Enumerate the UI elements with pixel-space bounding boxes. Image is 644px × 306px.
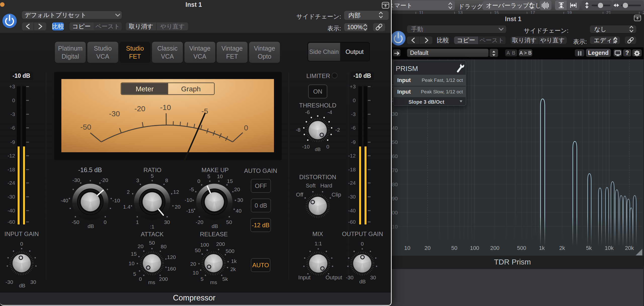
svg-text:-30: -30 bbox=[346, 275, 353, 280]
svg-text:2: 2 bbox=[127, 189, 130, 195]
svg-text:-6: -6 bbox=[351, 125, 356, 131]
svg-text:10: 10 bbox=[193, 270, 198, 276]
svg-text:+3: +3 bbox=[9, 84, 15, 89]
svg-text:5: 5 bbox=[200, 276, 204, 282]
svg-text:30: 30 bbox=[164, 219, 170, 225]
svg-text:30: 30 bbox=[30, 279, 36, 285]
svg-text:12: 12 bbox=[173, 189, 179, 195]
svg-text:-4: -4 bbox=[328, 109, 332, 115]
svg-text:20: 20 bbox=[190, 261, 196, 267]
svg-text:Input: Input bbox=[298, 274, 311, 281]
svg-text:LIMITER: LIMITER bbox=[306, 72, 330, 79]
svg-text:INPUT GAIN: INPUT GAIN bbox=[5, 231, 39, 237]
svg-text:-10 dB: -10 dB bbox=[353, 72, 371, 79]
svg-text:-5: -5 bbox=[189, 186, 194, 192]
svg-text:Off: Off bbox=[296, 192, 304, 198]
svg-text:200: 200 bbox=[159, 276, 168, 282]
svg-text:DISTORTION: DISTORTION bbox=[299, 174, 336, 180]
svg-text:0: 0 bbox=[244, 124, 248, 132]
svg-text:5: 5 bbox=[207, 173, 210, 179]
svg-text:-40: -40 bbox=[348, 208, 356, 213]
svg-text:-12: -12 bbox=[348, 153, 356, 159]
svg-text:-10 dB: -10 dB bbox=[13, 72, 30, 79]
svg-text:-30: -30 bbox=[348, 194, 356, 200]
svg-text:160: 160 bbox=[167, 266, 176, 272]
svg-text:0: 0 bbox=[361, 241, 364, 247]
svg-text:-6: -6 bbox=[10, 125, 15, 131]
svg-text:-30: -30 bbox=[72, 177, 80, 183]
svg-text:20: 20 bbox=[234, 186, 240, 192]
svg-text:-18: -18 bbox=[348, 167, 356, 172]
svg-text:0: 0 bbox=[326, 144, 329, 149]
svg-text:100: 100 bbox=[200, 242, 209, 248]
svg-text:1: 1 bbox=[136, 219, 139, 225]
svg-text:5: 5 bbox=[133, 271, 136, 277]
svg-text:30: 30 bbox=[237, 197, 243, 203]
svg-text:50: 50 bbox=[226, 219, 232, 225]
svg-text:-9: -9 bbox=[10, 139, 15, 145]
svg-text:THRESHOLD: THRESHOLD bbox=[299, 102, 336, 109]
svg-text:-60: -60 bbox=[348, 219, 356, 225]
svg-text:Clip: Clip bbox=[332, 192, 341, 198]
svg-text:-10: -10 bbox=[302, 144, 310, 149]
svg-text:dB: dB bbox=[359, 279, 366, 284]
svg-text:0: 0 bbox=[20, 241, 23, 247]
svg-text:-10: -10 bbox=[112, 198, 120, 203]
svg-text:0: 0 bbox=[104, 219, 107, 225]
svg-text:5: 5 bbox=[151, 173, 154, 179]
svg-text:dB: dB bbox=[212, 223, 218, 229]
svg-text:-10: -10 bbox=[185, 197, 192, 203]
svg-text:-24: -24 bbox=[8, 180, 15, 186]
svg-text:dB: dB bbox=[315, 147, 320, 152]
svg-text:+3: +3 bbox=[350, 84, 356, 89]
svg-text:Output: Output bbox=[326, 274, 342, 281]
svg-text:1k: 1k bbox=[231, 258, 237, 264]
svg-text:20: 20 bbox=[175, 204, 180, 210]
svg-text:Meter: Meter bbox=[136, 85, 154, 93]
svg-text:-15: -15 bbox=[186, 208, 194, 214]
svg-text:-16.5 dB: -16.5 dB bbox=[78, 166, 102, 173]
svg-text:Soft: Soft bbox=[306, 182, 315, 189]
svg-text::1: :1 bbox=[150, 224, 154, 230]
svg-text:0: 0 bbox=[139, 276, 142, 282]
svg-text:-20: -20 bbox=[134, 104, 145, 113]
svg-text:-40: -40 bbox=[61, 198, 68, 203]
svg-text:1:1: 1:1 bbox=[314, 241, 322, 246]
svg-text:ms: ms bbox=[148, 279, 155, 285]
svg-text:50: 50 bbox=[195, 247, 200, 253]
svg-text:-30: -30 bbox=[109, 109, 120, 118]
svg-text:ATTACK: ATTACK bbox=[141, 231, 164, 238]
svg-text:50: 50 bbox=[149, 240, 155, 246]
svg-text:0: 0 bbox=[12, 97, 15, 103]
svg-text:5k: 5k bbox=[222, 276, 228, 282]
svg-text:20: 20 bbox=[138, 243, 143, 249]
svg-text:-24: -24 bbox=[348, 180, 356, 186]
svg-text:RELEASE: RELEASE bbox=[200, 231, 228, 238]
svg-text:-18: -18 bbox=[8, 167, 15, 172]
svg-text:-8: -8 bbox=[296, 127, 301, 133]
svg-text:8: 8 bbox=[165, 177, 168, 183]
svg-text:80: 80 bbox=[161, 244, 167, 249]
svg-text:40: 40 bbox=[236, 208, 242, 214]
svg-text:-2: -2 bbox=[335, 127, 340, 133]
svg-text:-20: -20 bbox=[101, 177, 108, 183]
svg-text:RATIO: RATIO bbox=[143, 167, 162, 173]
svg-text:-30: -30 bbox=[6, 279, 13, 285]
svg-text:-3: -3 bbox=[10, 111, 15, 117]
svg-text:30: 30 bbox=[370, 275, 376, 280]
svg-text:-20: -20 bbox=[196, 219, 203, 225]
svg-text:-10: -10 bbox=[160, 103, 171, 111]
svg-text:-30: -30 bbox=[8, 194, 15, 200]
svg-text:MIX: MIX bbox=[312, 231, 323, 237]
svg-text:ms: ms bbox=[210, 279, 217, 285]
svg-text:120: 120 bbox=[167, 254, 176, 260]
svg-text:15: 15 bbox=[131, 251, 137, 257]
svg-text:1.4: 1.4 bbox=[123, 204, 131, 210]
svg-text:-50: -50 bbox=[80, 123, 91, 131]
svg-text:0: 0 bbox=[353, 97, 356, 103]
svg-text:10: 10 bbox=[217, 173, 223, 179]
svg-text:-12: -12 bbox=[8, 153, 15, 159]
svg-text:500: 500 bbox=[226, 248, 234, 254]
svg-text:3: 3 bbox=[136, 177, 139, 183]
svg-text:15: 15 bbox=[227, 178, 233, 184]
